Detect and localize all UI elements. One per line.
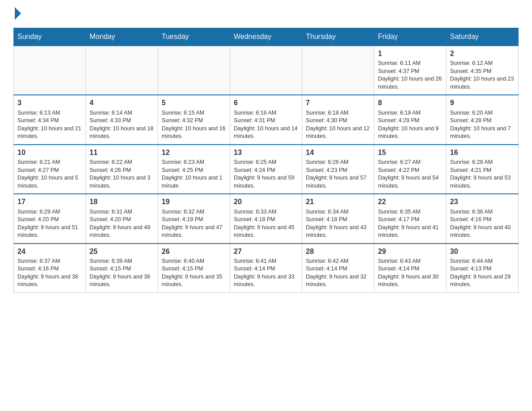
day-number: 11 bbox=[90, 148, 154, 158]
day-info: Sunrise: 6:20 AMSunset: 4:28 PMDaylight:… bbox=[450, 109, 515, 141]
calendar-cell: 7Sunrise: 6:18 AMSunset: 4:30 PMDaylight… bbox=[302, 95, 374, 144]
calendar-cell: 18Sunrise: 6:31 AMSunset: 4:20 PMDayligh… bbox=[86, 194, 158, 243]
calendar-cell: 24Sunrise: 6:37 AMSunset: 4:16 PMDayligh… bbox=[14, 244, 86, 293]
day-number: 20 bbox=[234, 197, 298, 207]
calendar-cell: 6Sunrise: 6:16 AMSunset: 4:31 PMDaylight… bbox=[230, 95, 302, 144]
day-info: Sunrise: 6:42 AMSunset: 4:14 PMDaylight:… bbox=[306, 257, 370, 289]
calendar-cell: 21Sunrise: 6:34 AMSunset: 4:18 PMDayligh… bbox=[302, 194, 374, 243]
day-number: 16 bbox=[450, 148, 515, 158]
calendar-cell: 4Sunrise: 6:14 AMSunset: 4:33 PMDaylight… bbox=[86, 95, 158, 144]
day-info: Sunrise: 6:13 AMSunset: 4:34 PMDaylight:… bbox=[17, 109, 82, 141]
calendar-cell: 8Sunrise: 6:19 AMSunset: 4:29 PMDaylight… bbox=[374, 95, 446, 144]
calendar-header-row: SundayMondayTuesdayWednesdayThursdayFrid… bbox=[14, 28, 519, 46]
day-number: 19 bbox=[162, 197, 226, 207]
day-info: Sunrise: 6:43 AMSunset: 4:14 PMDaylight:… bbox=[378, 257, 442, 289]
day-info: Sunrise: 6:34 AMSunset: 4:18 PMDaylight:… bbox=[306, 208, 370, 240]
week-row-5: 24Sunrise: 6:37 AMSunset: 4:16 PMDayligh… bbox=[14, 244, 519, 293]
page-header bbox=[13, 9, 519, 20]
day-info: Sunrise: 6:18 AMSunset: 4:30 PMDaylight:… bbox=[306, 109, 370, 141]
logo-arrow-icon bbox=[15, 7, 21, 20]
day-info: Sunrise: 6:33 AMSunset: 4:18 PMDaylight:… bbox=[234, 208, 298, 240]
calendar-cell: 11Sunrise: 6:22 AMSunset: 4:26 PMDayligh… bbox=[86, 145, 158, 194]
day-number: 29 bbox=[378, 247, 442, 257]
day-info: Sunrise: 6:23 AMSunset: 4:25 PMDaylight:… bbox=[162, 158, 226, 190]
calendar-cell: 22Sunrise: 6:35 AMSunset: 4:17 PMDayligh… bbox=[374, 194, 446, 243]
calendar-cell bbox=[158, 46, 230, 95]
week-row-3: 10Sunrise: 6:21 AMSunset: 4:27 PMDayligh… bbox=[14, 145, 519, 194]
calendar-cell: 23Sunrise: 6:36 AMSunset: 4:16 PMDayligh… bbox=[446, 194, 519, 243]
calendar-cell: 3Sunrise: 6:13 AMSunset: 4:34 PMDaylight… bbox=[14, 95, 86, 144]
calendar-table: SundayMondayTuesdayWednesdayThursdayFrid… bbox=[13, 28, 519, 293]
calendar-cell: 25Sunrise: 6:39 AMSunset: 4:15 PMDayligh… bbox=[86, 244, 158, 293]
day-info: Sunrise: 6:11 AMSunset: 4:37 PMDaylight:… bbox=[378, 60, 442, 91]
day-header-sunday: Sunday bbox=[14, 28, 86, 46]
day-number: 13 bbox=[234, 148, 298, 158]
day-header-saturday: Saturday bbox=[446, 28, 519, 46]
week-row-1: 1Sunrise: 6:11 AMSunset: 4:37 PMDaylight… bbox=[14, 46, 519, 95]
day-number: 12 bbox=[162, 148, 226, 158]
calendar-cell: 20Sunrise: 6:33 AMSunset: 4:18 PMDayligh… bbox=[230, 194, 302, 243]
calendar-cell: 27Sunrise: 6:41 AMSunset: 4:14 PMDayligh… bbox=[230, 244, 302, 293]
day-info: Sunrise: 6:40 AMSunset: 4:15 PMDaylight:… bbox=[162, 257, 226, 289]
day-info: Sunrise: 6:12 AMSunset: 4:35 PMDaylight:… bbox=[450, 60, 515, 91]
calendar-cell: 30Sunrise: 6:44 AMSunset: 4:13 PMDayligh… bbox=[446, 244, 519, 293]
day-info: Sunrise: 6:39 AMSunset: 4:15 PMDaylight:… bbox=[90, 257, 154, 289]
day-info: Sunrise: 6:22 AMSunset: 4:26 PMDaylight:… bbox=[90, 158, 154, 190]
day-number: 8 bbox=[378, 98, 442, 108]
day-info: Sunrise: 6:35 AMSunset: 4:17 PMDaylight:… bbox=[378, 208, 442, 240]
day-info: Sunrise: 6:27 AMSunset: 4:22 PMDaylight:… bbox=[378, 158, 442, 190]
day-info: Sunrise: 6:32 AMSunset: 4:19 PMDaylight:… bbox=[162, 208, 226, 240]
calendar-cell: 1Sunrise: 6:11 AMSunset: 4:37 PMDaylight… bbox=[374, 46, 446, 95]
calendar-cell: 2Sunrise: 6:12 AMSunset: 4:35 PMDaylight… bbox=[446, 46, 519, 95]
day-info: Sunrise: 6:44 AMSunset: 4:13 PMDaylight:… bbox=[450, 257, 515, 289]
day-number: 4 bbox=[90, 98, 154, 108]
day-info: Sunrise: 6:28 AMSunset: 4:21 PMDaylight:… bbox=[450, 158, 515, 190]
day-number: 2 bbox=[450, 49, 515, 59]
day-number: 3 bbox=[17, 98, 82, 108]
day-number: 24 bbox=[17, 247, 82, 257]
day-header-wednesday: Wednesday bbox=[230, 28, 302, 46]
day-number: 28 bbox=[306, 247, 370, 257]
calendar-cell: 13Sunrise: 6:25 AMSunset: 4:24 PMDayligh… bbox=[230, 145, 302, 194]
day-number: 7 bbox=[306, 98, 370, 108]
day-number: 21 bbox=[306, 197, 370, 207]
calendar-cell: 19Sunrise: 6:32 AMSunset: 4:19 PMDayligh… bbox=[158, 194, 230, 243]
day-number: 17 bbox=[17, 197, 82, 207]
week-row-2: 3Sunrise: 6:13 AMSunset: 4:34 PMDaylight… bbox=[14, 95, 519, 144]
logo bbox=[13, 9, 21, 20]
calendar-cell bbox=[230, 46, 302, 95]
calendar-cell: 5Sunrise: 6:15 AMSunset: 4:32 PMDaylight… bbox=[158, 95, 230, 144]
week-row-4: 17Sunrise: 6:29 AMSunset: 4:20 PMDayligh… bbox=[14, 194, 519, 243]
day-info: Sunrise: 6:37 AMSunset: 4:16 PMDaylight:… bbox=[17, 257, 82, 289]
day-number: 9 bbox=[450, 98, 515, 108]
calendar-cell bbox=[14, 46, 86, 95]
day-info: Sunrise: 6:26 AMSunset: 4:23 PMDaylight:… bbox=[306, 158, 370, 190]
calendar-cell: 26Sunrise: 6:40 AMSunset: 4:15 PMDayligh… bbox=[158, 244, 230, 293]
day-number: 26 bbox=[162, 247, 226, 257]
day-number: 1 bbox=[378, 49, 442, 59]
day-number: 27 bbox=[234, 247, 298, 257]
calendar-cell: 9Sunrise: 6:20 AMSunset: 4:28 PMDaylight… bbox=[446, 95, 519, 144]
day-info: Sunrise: 6:36 AMSunset: 4:16 PMDaylight:… bbox=[450, 208, 515, 240]
day-number: 15 bbox=[378, 148, 442, 158]
calendar-cell: 12Sunrise: 6:23 AMSunset: 4:25 PMDayligh… bbox=[158, 145, 230, 194]
calendar-cell: 16Sunrise: 6:28 AMSunset: 4:21 PMDayligh… bbox=[446, 145, 519, 194]
day-info: Sunrise: 6:21 AMSunset: 4:27 PMDaylight:… bbox=[17, 158, 82, 190]
calendar-cell: 10Sunrise: 6:21 AMSunset: 4:27 PMDayligh… bbox=[14, 145, 86, 194]
day-info: Sunrise: 6:15 AMSunset: 4:32 PMDaylight:… bbox=[162, 109, 226, 141]
day-header-tuesday: Tuesday bbox=[158, 28, 230, 46]
day-info: Sunrise: 6:16 AMSunset: 4:31 PMDaylight:… bbox=[234, 109, 298, 141]
day-header-friday: Friday bbox=[374, 28, 446, 46]
calendar-cell: 28Sunrise: 6:42 AMSunset: 4:14 PMDayligh… bbox=[302, 244, 374, 293]
day-header-thursday: Thursday bbox=[302, 28, 374, 46]
calendar-cell: 14Sunrise: 6:26 AMSunset: 4:23 PMDayligh… bbox=[302, 145, 374, 194]
day-number: 14 bbox=[306, 148, 370, 158]
day-number: 5 bbox=[162, 98, 226, 108]
day-info: Sunrise: 6:41 AMSunset: 4:14 PMDaylight:… bbox=[234, 257, 298, 289]
calendar-cell: 17Sunrise: 6:29 AMSunset: 4:20 PMDayligh… bbox=[14, 194, 86, 243]
day-info: Sunrise: 6:25 AMSunset: 4:24 PMDaylight:… bbox=[234, 158, 298, 190]
day-number: 10 bbox=[17, 148, 82, 158]
day-number: 22 bbox=[378, 197, 442, 207]
day-header-monday: Monday bbox=[86, 28, 158, 46]
day-number: 30 bbox=[450, 247, 515, 257]
